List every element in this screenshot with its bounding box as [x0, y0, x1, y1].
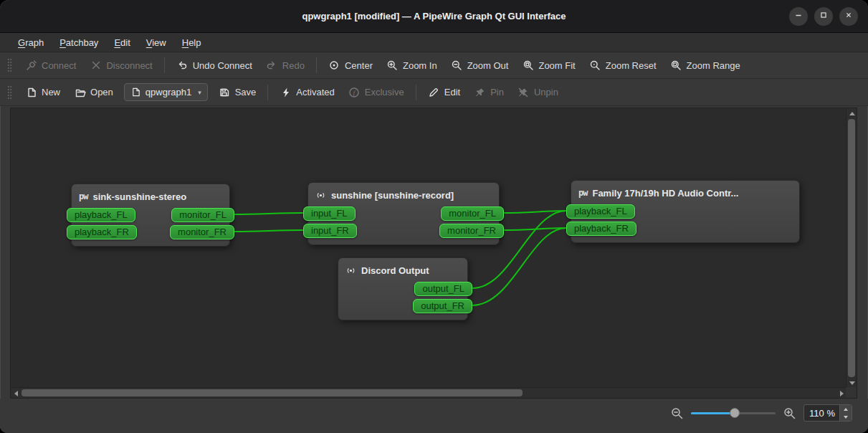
port-playback-fr[interactable]: playback_FR — [566, 222, 636, 236]
zoom-fit-icon — [522, 60, 534, 72]
graph-node-sink-sunshine-stereo[interactable]: pw sink-sunshine-stereo playback_FL play… — [71, 184, 230, 247]
pin-button[interactable]: Pin — [467, 82, 510, 102]
center-icon — [328, 60, 340, 72]
zoom-slider-handle[interactable] — [730, 408, 740, 418]
connection-wire[interactable] — [234, 213, 303, 214]
node-header[interactable]: sunshine [sunshine-record] — [308, 183, 499, 203]
graph-toolbar: Connect Disconnect Undo Connect Redo Cen… — [0, 52, 868, 79]
port-playback-fl[interactable]: playback_FL — [67, 208, 135, 222]
port-input-fr[interactable]: input_FR — [303, 224, 357, 238]
new-button[interactable]: New — [19, 82, 67, 102]
port-input-fl[interactable]: input_FL — [303, 206, 356, 221]
zoom-range-button[interactable]: Zoom Range — [664, 56, 747, 75]
unpin-button[interactable]: Unpin — [511, 82, 565, 102]
port-playback-fr[interactable]: playback_FR — [67, 225, 137, 239]
arrow-left-icon — [14, 391, 18, 396]
port-monitor-fl[interactable]: monitor_FL — [441, 206, 504, 221]
connections-layer — [11, 108, 847, 389]
unpin-icon — [518, 86, 530, 98]
zoom-slider[interactable] — [691, 406, 776, 419]
zoom-value: 110 % — [804, 405, 839, 421]
toolbar-drag-handle[interactable] — [7, 58, 12, 72]
pipewire-icon: pw — [79, 191, 87, 201]
toolbar-drag-handle[interactable] — [7, 85, 12, 100]
svg-text:f: f — [353, 89, 356, 96]
port-monitor-fr[interactable]: monitor_FR — [439, 224, 504, 238]
disconnect-button[interactable]: Disconnect — [83, 56, 158, 75]
exclusive-icon: f — [348, 86, 361, 98]
edit-pencil-icon — [428, 86, 440, 98]
save-icon — [219, 86, 231, 98]
toolbar-separator — [164, 57, 165, 73]
port-output-fr[interactable]: output_FR — [413, 299, 472, 313]
edit-button[interactable]: Edit — [421, 82, 467, 102]
window-title: qpwgraph1 [modified] — A PipeWire Graph … — [302, 11, 566, 22]
open-folder-icon — [74, 86, 86, 98]
menu-help[interactable]: Help — [174, 33, 209, 52]
menu-graph[interactable]: Graph — [10, 33, 52, 52]
patchbay-file-icon — [130, 87, 141, 97]
statusbar: 110 % — [0, 399, 868, 433]
patchbay-profile-value: qpwgraph1 — [146, 87, 191, 97]
redo-button[interactable]: Redo — [259, 56, 311, 75]
node-title: sink-sunshine-stereo — [92, 191, 186, 202]
graph-node-sunshine[interactable]: sunshine [sunshine-record] input_FL inpu… — [307, 182, 500, 245]
graph-node-family-hd-audio[interactable]: pw Family 17h/19h HD Audio Contr... play… — [571, 180, 800, 243]
menu-patchbay[interactable]: Patchbay — [52, 33, 106, 52]
close-button[interactable] — [839, 7, 858, 26]
horizontal-scrollbar-handle[interactable] — [22, 389, 523, 396]
minimize-button[interactable] — [789, 7, 808, 26]
save-button[interactable]: Save — [212, 82, 263, 102]
menu-edit[interactable]: Edit — [106, 33, 138, 52]
zoom-out-button[interactable]: Zoom Out — [444, 56, 515, 75]
port-output-fl[interactable]: output_FL — [414, 282, 472, 296]
maximize-button[interactable] — [814, 7, 833, 26]
zoom-in-icon — [386, 60, 399, 72]
minimize-icon — [793, 10, 803, 22]
undo-icon — [176, 60, 189, 72]
open-button[interactable]: Open — [67, 82, 120, 102]
activated-button[interactable]: Activated — [273, 82, 340, 102]
node-title: Discord Output — [361, 265, 429, 276]
menubar: Graph Patchbay Edit View Help — [0, 33, 868, 52]
connection-wire[interactable] — [234, 230, 303, 232]
port-playback-fl[interactable]: playback_FL — [566, 204, 635, 219]
zoom-fit-button[interactable]: Zoom Fit — [515, 56, 581, 75]
horizontal-scrollbar[interactable] — [11, 387, 847, 398]
connect-button[interactable]: Connect — [19, 56, 82, 75]
undo-connect-button[interactable]: Undo Connect — [170, 56, 259, 75]
spin-up-button[interactable] — [840, 405, 852, 413]
node-header[interactable]: Discord Output — [338, 258, 467, 278]
titlebar[interactable]: qpwgraph1 [modified] — A PipeWire Graph … — [0, 0, 868, 33]
zoom-in-button[interactable]: Zoom In — [380, 56, 444, 75]
spin-buttons — [839, 405, 852, 421]
port-monitor-fr[interactable]: monitor_FR — [170, 225, 234, 239]
pipewire-icon: pw — [578, 188, 587, 198]
scroll-left-button[interactable] — [11, 388, 22, 399]
graph-canvas[interactable]: pw sink-sunshine-stereo playback_FL play… — [11, 108, 847, 389]
center-button[interactable]: Center — [322, 56, 379, 75]
patchbay-profile-combobox[interactable]: qpwgraph1 ▾ — [124, 83, 208, 101]
arrow-up-icon — [849, 112, 855, 115]
arrow-down-icon — [844, 416, 848, 419]
toolbar-separator — [316, 57, 317, 73]
port-monitor-fl[interactable]: monitor_FL — [171, 208, 234, 222]
new-file-icon — [25, 86, 37, 98]
exclusive-button[interactable]: f Exclusive — [342, 82, 411, 102]
maximize-icon — [819, 10, 829, 22]
spin-down-button[interactable] — [840, 413, 852, 421]
scroll-up-button[interactable] — [846, 108, 857, 119]
vertical-scrollbar-handle[interactable] — [848, 119, 855, 377]
zoom-in-icon[interactable] — [783, 406, 796, 420]
node-header[interactable]: pw sink-sunshine-stereo — [72, 184, 229, 204]
menu-view[interactable]: View — [138, 33, 174, 52]
node-header[interactable]: pw Family 17h/19h HD Audio Contr... — [571, 181, 799, 201]
vertical-scrollbar[interactable] — [846, 108, 857, 389]
toolbar-separator — [416, 85, 416, 100]
zoom-reset-button[interactable]: Zoom Reset — [583, 56, 663, 75]
zoom-spinbox[interactable]: 110 % — [803, 404, 852, 422]
zoom-out-icon[interactable] — [670, 406, 684, 420]
main-area: pw sink-sunshine-stereo playback_FL play… — [0, 106, 868, 399]
application-audio-icon — [315, 190, 326, 201]
graph-node-discord-output[interactable]: Discord Output output_FL output_FR — [338, 257, 468, 320]
